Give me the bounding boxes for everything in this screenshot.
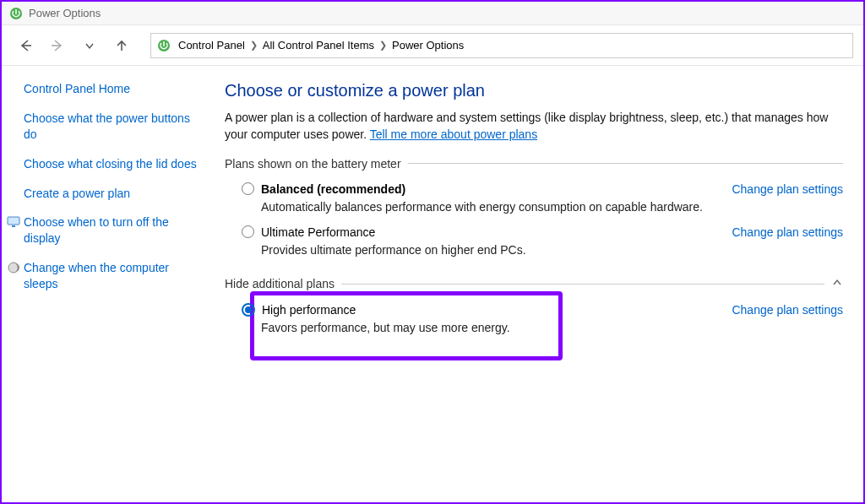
sidebar-link[interactable]: Choose when to turn off the display	[24, 214, 204, 247]
control-panel-home-link[interactable]: Control Panel Home	[24, 81, 204, 97]
plan-description: Automatically balances performance with …	[261, 200, 843, 214]
section-label-meter: Plans shown on the battery meter	[225, 157, 843, 171]
window-title: Power Options	[29, 7, 101, 19]
titlebar: Power Options	[2, 2, 863, 25]
plan-radio[interactable]	[242, 303, 255, 317]
breadcrumb-item[interactable]: Control Panel	[178, 39, 245, 51]
divider	[341, 284, 824, 285]
plan-description: Provides ultimate performance on higher …	[261, 243, 843, 257]
power-options-icon	[156, 38, 171, 53]
plan-list-primary: Balanced (recommended) Change plan setti…	[225, 182, 843, 257]
plan-name[interactable]: Balanced (recommended)	[261, 182, 405, 196]
back-button[interactable]	[15, 35, 35, 56]
divider	[408, 163, 843, 164]
sidebar-link[interactable]: Create a power plan	[24, 186, 204, 202]
chevron-up-icon[interactable]	[831, 277, 843, 291]
up-button[interactable]	[112, 35, 132, 56]
page-description: A power plan is a collection of hardware…	[225, 109, 843, 144]
power-plan-high-performance: High performance Change plan settings Fa…	[242, 303, 843, 334]
plan-description: Favors performance, but may use more ene…	[261, 321, 843, 334]
section-label-additional[interactable]: Hide additional plans	[225, 277, 843, 291]
navbar: Control Panel ❯ All Control Panel Items …	[2, 25, 863, 66]
breadcrumb-item[interactable]: Power Options	[392, 39, 464, 51]
section-text: Hide additional plans	[225, 277, 335, 290]
forward-button[interactable]	[47, 35, 68, 56]
breadcrumb-item[interactable]: All Control Panel Items	[263, 39, 374, 51]
page-heading: Choose or customize a power plan	[225, 81, 843, 100]
address-bar[interactable]: Control Panel ❯ All Control Panel Items …	[150, 33, 853, 58]
change-plan-settings-link[interactable]: Change plan settings	[732, 182, 843, 196]
learn-more-link[interactable]: Tell me more about power plans	[370, 127, 537, 141]
change-plan-settings-link[interactable]: Change plan settings	[732, 303, 843, 317]
monitor-icon	[7, 215, 20, 229]
recent-dropdown[interactable]	[79, 35, 100, 56]
section-text: Plans shown on the battery meter	[225, 157, 401, 171]
main-panel: Choose or customize a power plan A power…	[215, 66, 863, 502]
chevron-right-icon[interactable]: ❯	[379, 40, 387, 51]
change-plan-settings-link[interactable]: Change plan settings	[732, 225, 843, 239]
sidebar: Control Panel Home Choose what the power…	[2, 66, 215, 502]
power-plan-ultimate: Ultimate Performance Change plan setting…	[242, 225, 843, 257]
plan-radio[interactable]	[242, 182, 254, 195]
svg-rect-2	[8, 217, 19, 225]
power-plan-balanced: Balanced (recommended) Change plan setti…	[242, 182, 843, 214]
chevron-right-icon[interactable]: ❯	[250, 40, 258, 51]
sidebar-link[interactable]: Choose what closing the lid does	[24, 156, 204, 172]
plan-radio[interactable]	[242, 225, 254, 238]
power-options-icon	[8, 6, 24, 21]
sidebar-link[interactable]: Change when the computer sleeps	[24, 260, 204, 292]
svg-rect-3	[12, 225, 15, 227]
plan-name[interactable]: High performance	[262, 303, 356, 317]
content-area: Control Panel Home Choose what the power…	[2, 66, 863, 502]
moon-icon	[7, 261, 20, 274]
sidebar-link[interactable]: Choose what the power buttons do	[24, 111, 204, 143]
plan-list-additional: High performance Change plan settings Fa…	[225, 303, 843, 334]
plan-name[interactable]: Ultimate Performance	[261, 225, 375, 239]
